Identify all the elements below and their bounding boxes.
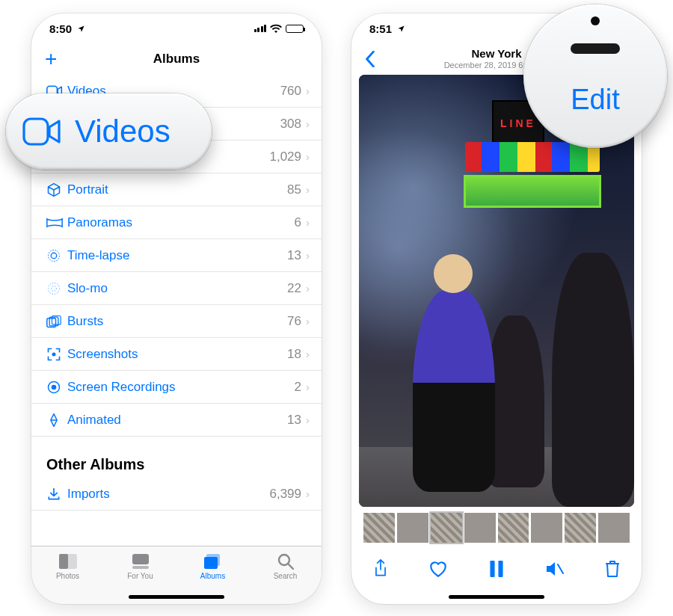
row-count: 308 <box>280 117 301 132</box>
share-button[interactable] <box>364 552 397 585</box>
chevron-right-icon: › <box>306 150 310 163</box>
svg-rect-21 <box>498 561 503 577</box>
status-time: 8:51 <box>369 22 405 35</box>
chevron-right-icon: › <box>306 315 310 327</box>
home-indicator <box>449 595 544 599</box>
mute-button[interactable] <box>538 552 571 585</box>
svg-point-3 <box>49 250 60 261</box>
chevron-right-icon: › <box>306 183 310 196</box>
chevron-right-icon: › <box>306 348 310 360</box>
timelapse-icon <box>46 248 67 263</box>
video-icon <box>22 117 61 146</box>
add-button[interactable]: + <box>31 43 70 74</box>
chevron-right-icon: › <box>306 117 310 130</box>
album-row-screen recordings[interactable]: Screen Recordings 2 › <box>31 371 322 404</box>
row-label: Screenshots <box>67 347 287 362</box>
svg-point-10 <box>52 352 56 356</box>
svg-rect-18 <box>204 557 218 569</box>
row-count: 2 <box>295 380 301 395</box>
tab-label: Search <box>274 572 298 580</box>
svg-rect-22 <box>24 119 48 144</box>
svg-rect-16 <box>132 566 149 569</box>
other-albums-list: Imports 6,399 › <box>31 478 322 511</box>
svg-rect-14 <box>59 554 68 569</box>
album-row-bursts[interactable]: Bursts 76 › <box>31 305 322 338</box>
status-bar: 8:50 <box>31 13 322 43</box>
viewer-toolbar <box>351 550 642 588</box>
svg-rect-20 <box>490 561 494 577</box>
cube-icon <box>46 182 67 197</box>
record-icon <box>46 380 67 395</box>
row-count: 18 <box>287 347 301 362</box>
callout-edit: Edit <box>523 4 667 148</box>
callout-videos: Videos <box>6 93 212 170</box>
screenshot-icon <box>46 347 67 362</box>
section-header-other: Other Albums <box>31 437 322 478</box>
tab-search[interactable]: Search <box>249 546 322 604</box>
svg-point-12 <box>52 384 57 389</box>
album-row-slo-mo[interactable]: Slo-mo 22 › <box>31 272 322 305</box>
notch-icon <box>571 43 620 54</box>
slomo-icon <box>46 281 67 296</box>
album-row-panoramas[interactable]: Panoramas 6 › <box>31 206 322 239</box>
chevron-right-icon: › <box>306 216 310 229</box>
photos-icon <box>58 552 78 570</box>
row-count: 85 <box>287 182 301 197</box>
row-count: 13 <box>287 248 301 263</box>
tab-label: Albums <box>200 572 225 580</box>
row-count: 22 <box>287 281 301 296</box>
row-label: Screen Recordings <box>67 380 295 395</box>
location-icon <box>77 25 85 33</box>
album-row-time-lapse[interactable]: Time-lapse 13 › <box>31 239 322 272</box>
nav-title: Albums <box>153 52 200 67</box>
location-icon <box>397 25 405 33</box>
animated-icon <box>46 413 67 428</box>
pano-icon <box>46 218 67 228</box>
row-label: Imports <box>67 487 269 502</box>
tab-label: Photos <box>56 572 79 580</box>
scrubber[interactable] <box>363 513 630 543</box>
row-count: 1,029 <box>269 150 301 164</box>
row-label: Portrait <box>67 182 287 197</box>
status-time: 8:50 <box>49 22 85 35</box>
row-label: Animated <box>67 413 287 428</box>
chevron-right-icon: › <box>306 249 310 262</box>
row-label: Slo-mo <box>67 281 287 296</box>
albums-icon <box>203 552 223 570</box>
album-row-portrait[interactable]: Portrait 85 › <box>31 173 322 206</box>
callout-edit-label: Edit <box>571 84 619 116</box>
search-icon <box>277 552 295 570</box>
back-button[interactable] <box>351 43 389 74</box>
album-row-imports[interactable]: Imports 6,399 › <box>31 478 322 511</box>
home-indicator <box>129 595 224 599</box>
svg-point-4 <box>51 253 57 259</box>
svg-point-5 <box>49 283 60 294</box>
row-count: 6,399 <box>269 487 301 502</box>
status-icons <box>254 24 304 33</box>
svg-rect-15 <box>132 554 149 564</box>
import-icon <box>46 487 67 502</box>
chevron-right-icon: › <box>306 413 310 426</box>
for you-icon <box>132 552 150 570</box>
row-count: 6 <box>295 215 301 230</box>
chevron-right-icon: › <box>306 84 310 97</box>
album-row-animated[interactable]: Animated 13 › <box>31 404 322 437</box>
cellular-icon <box>254 25 267 32</box>
tab-photos[interactable]: Photos <box>31 546 104 604</box>
battery-icon <box>286 25 304 33</box>
nav-bar: + Albums <box>31 43 322 75</box>
row-label: Panoramas <box>67 215 295 230</box>
favorite-button[interactable] <box>422 552 455 585</box>
album-row-screenshots[interactable]: Screenshots 18 › <box>31 338 322 371</box>
delete-button[interactable] <box>596 552 629 585</box>
burst-icon <box>46 315 67 328</box>
row-label: Time-lapse <box>67 248 287 263</box>
pause-button[interactable] <box>480 552 513 585</box>
svg-point-6 <box>52 286 57 291</box>
svg-point-19 <box>279 555 289 565</box>
row-count: 76 <box>287 314 301 329</box>
row-label: Bursts <box>67 314 287 329</box>
callout-videos-label: Videos <box>75 114 170 150</box>
wifi-icon <box>270 24 282 33</box>
chevron-right-icon: › <box>306 381 310 393</box>
